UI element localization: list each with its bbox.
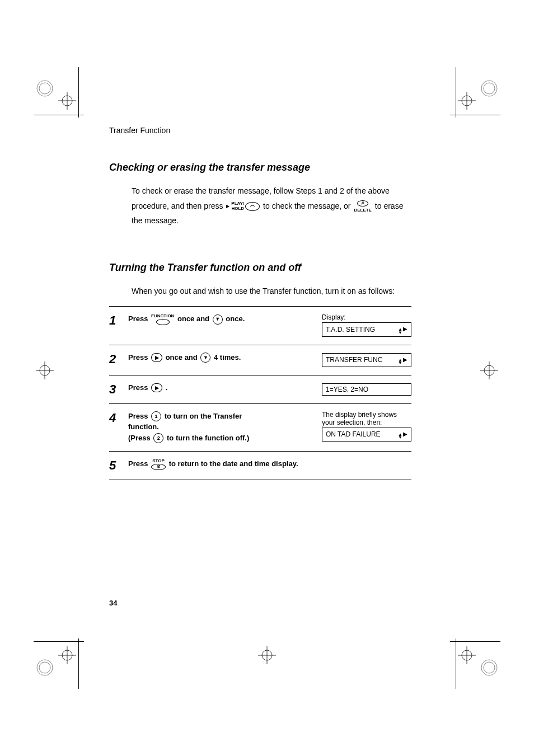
text: once. [226,314,245,323]
text: to turn the function off.) [167,434,249,442]
step-row: 3 Press ▶ . 1=YES, 2=NO [109,375,411,403]
step-number: 3 [109,382,128,396]
down-key-icon: ▼ [213,314,223,325]
step-number: 2 [109,352,128,365]
text: Press [128,459,148,468]
svg-point-21 [484,662,495,673]
register-mark-icon [478,656,500,679]
function-key-icon: FUNCTION [151,314,174,325]
section-heading-checking: Checking or erasing the transfer message [109,162,411,173]
display-note: The display briefly shows your selection… [322,411,411,426]
crosshair-icon [256,644,278,666]
updown-icon: ▲▼ [398,328,402,334]
display-label: Display: [322,313,411,321]
register-mark-icon [34,656,56,679]
text: 4 times. [214,353,241,361]
body-text: To check or erase the transfer message, … [132,184,411,228]
crosshair-icon [456,644,478,666]
right-key-icon: ▶ [151,353,162,362]
lcd-display: 1=YES, 2=NO [322,383,411,396]
svg-point-16 [39,662,50,673]
delete-label-text: DELETE [354,208,372,213]
text: (Press [128,434,151,442]
stop-label: STOP [152,459,165,463]
section-heading-turning: Turning the Transfer function on and off [109,262,411,274]
text: Press [128,353,148,361]
step-number: 5 [109,458,128,472]
function-label: FUNCTION [151,314,174,318]
one-key-icon: 1 [151,411,161,421]
lcd-text: T.A.D. SETTING [326,326,375,334]
text: Press [128,412,148,420]
text: Press [128,314,148,323]
text: the message. [132,216,179,225]
stop-key-icon: STOP ⊘ [151,459,166,470]
step-row: 2 Press ▶ once and ▼ 4 times. TRANSFER F… [109,345,411,375]
right-triangle-icon: ▶ [403,326,407,332]
lcd-text: ON TAD FAILURE [326,430,381,438]
text: once and [177,314,209,323]
hold-label: HOLD [231,206,244,211]
page-number: 34 [109,599,117,607]
crosshair-icon [478,359,500,382]
step-row: 4 Press 1 to turn on the Transfer functi… [109,403,411,452]
lcd-display: T.A.D. SETTING ▲▼▶ [322,322,411,336]
running-head: Transfer Function [109,126,411,135]
updown-icon: ▲▼ [398,433,402,439]
lcd-text: TRANSFER FUNC [326,356,382,364]
step-row: 1 Press FUNCTION once and ▼ once. Displa… [109,306,411,344]
text: to return to the date and time display. [169,459,298,468]
right-triangle-icon: ▶ [403,357,407,363]
text: . [166,383,168,392]
crosshair-icon [456,90,478,112]
hash-key-icon: # [357,200,368,206]
down-key-icon: ▼ [200,353,210,363]
register-mark-icon [478,77,500,100]
right-triangle-icon: ▶ [403,431,407,437]
body-text: When you go out and wish to use the Tran… [132,284,411,299]
lcd-display: ON TAD FAILURE ▲▼▶ [322,428,411,442]
text: to erase [375,201,404,210]
svg-point-5 [484,83,495,94]
lcd-display: TRANSFER FUNC ▲▼▶ [322,353,411,367]
text: function. [128,422,159,431]
step-row: 5 Press STOP ⊘ to return to the date and… [109,451,411,480]
crosshair-icon [56,90,78,112]
text: to check the message, or [263,201,350,210]
play-label: PLAY/ [231,201,244,206]
step-number: 4 [109,411,128,424]
text: once and [166,353,198,361]
lcd-text: 1=YES, 2=NO [326,386,368,393]
text: To check or erase the transfer message, … [132,186,390,195]
crosshair-icon [56,644,78,666]
play-hold-key-icon: ▶ PLAY/ HOLD [226,201,260,212]
register-mark-icon [34,77,56,100]
two-key-icon: 2 [153,433,163,443]
delete-key-icon: # DELETE [354,201,372,212]
crosshair-icon [34,359,56,382]
text: to turn on the Transfer [165,412,242,420]
step-number: 1 [109,313,128,327]
right-key-icon: ▶ [151,383,162,392]
text: Press [128,383,148,392]
text: procedure, and then press [132,201,223,210]
svg-point-0 [39,83,50,94]
updown-icon: ▲▼ [398,359,402,365]
